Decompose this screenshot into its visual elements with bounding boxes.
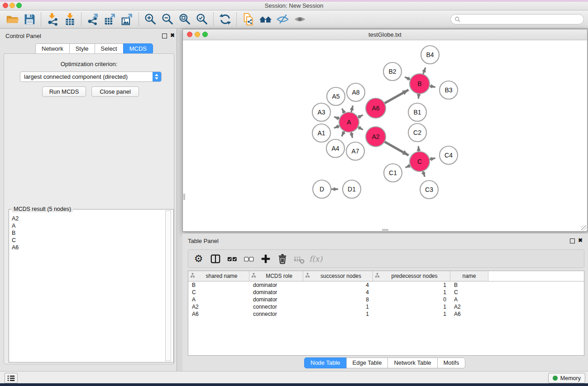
delete-table-icon[interactable] — [291, 251, 307, 267]
table-cell[interactable]: connector — [249, 304, 303, 310]
table-cell[interactable]: C — [450, 289, 488, 295]
add-icon[interactable] — [257, 251, 274, 267]
table-cell[interactable]: B — [188, 282, 249, 288]
zoom-selected-icon[interactable] — [193, 12, 210, 27]
table-cell[interactable]: 8 — [303, 296, 373, 303]
network-window-title: testGlobe.txt — [183, 31, 587, 38]
deselect-all-icon[interactable] — [240, 251, 257, 267]
table-cell[interactable]: 4 — [303, 282, 373, 288]
zoom-fit-icon[interactable] — [176, 12, 193, 27]
table-cell[interactable]: 1 — [373, 311, 450, 317]
gear-icon[interactable]: ⚙ — [190, 251, 207, 267]
table-cell[interactable]: A6 — [450, 311, 488, 317]
table-row[interactable]: Adominator80A — [188, 296, 584, 303]
table-close-panel-icon[interactable]: ✖ — [578, 238, 583, 243]
network-canvas[interactable]: AA1A2A3A4A5A6A7A8BB1B2B3B4CC1C2C3C4DD1 — [183, 40, 587, 234]
table-row[interactable]: Bdominator41B — [188, 281, 584, 289]
node-label-A4: A4 — [331, 145, 339, 152]
table-row[interactable]: Cdominator41C — [188, 289, 584, 296]
table-cell[interactable]: A2 — [188, 304, 249, 310]
table-cell[interactable]: A — [188, 296, 249, 303]
mcds-result-item[interactable]: C — [10, 237, 165, 244]
tab-edge-table[interactable]: Edge Table — [346, 357, 388, 368]
columns-icon[interactable] — [207, 251, 224, 267]
task-history-button[interactable] — [5, 373, 18, 383]
tab-network[interactable]: Network — [35, 43, 70, 54]
delete-icon[interactable] — [274, 251, 291, 267]
mcds-result-item[interactable]: A2 — [10, 215, 165, 222]
tab-network-table[interactable]: Network Table — [387, 357, 437, 368]
table-cell[interactable]: A2 — [450, 304, 488, 310]
close-panel-button[interactable]: Close panel — [91, 86, 139, 97]
table-cell[interactable]: A — [450, 296, 488, 303]
select-all-icon[interactable] — [224, 251, 240, 267]
tab-node-table[interactable]: Node Table — [304, 357, 347, 368]
table-row[interactable]: A6connector11A6 — [188, 310, 584, 318]
export-network-icon[interactable] — [84, 12, 101, 27]
table-cell[interactable]: C — [188, 289, 249, 295]
edge-A6-B[interactable] — [384, 90, 409, 104]
column-header-predecessor-nodes[interactable]: predecessor nodes — [373, 271, 450, 281]
table-header-row: shared nameMCDS rolesuccessor nodesprede… — [188, 271, 584, 281]
table-cell[interactable]: A6 — [188, 311, 249, 317]
tab-mcds[interactable]: MCDS — [123, 43, 153, 54]
table-cell[interactable]: dominator — [249, 282, 303, 288]
table-row[interactable]: A2connector11A2 — [188, 303, 584, 310]
resize-grip-icon[interactable] — [581, 225, 587, 231]
zoom-in-icon[interactable] — [142, 12, 159, 27]
mcds-result-item[interactable]: A6 — [10, 244, 165, 251]
table-float-panel-icon[interactable] — [570, 238, 575, 243]
table-cell[interactable]: 1 — [303, 304, 373, 310]
show-annotations-icon[interactable] — [291, 12, 308, 27]
table-cell[interactable]: connector — [249, 311, 303, 317]
import-network-icon[interactable] — [44, 12, 61, 27]
memory-button[interactable]: Memory — [548, 373, 585, 383]
table-cell[interactable]: 0 — [373, 296, 450, 303]
mcds-result-item[interactable]: B — [10, 229, 165, 237]
table-cell[interactable]: dominator — [249, 289, 303, 295]
memory-status-icon — [553, 376, 558, 381]
edge-A2-C[interactable] — [383, 141, 408, 155]
node-label-C1: C1 — [389, 169, 397, 176]
table-cell[interactable]: B — [450, 282, 488, 288]
tab-motifs[interactable]: Motifs — [437, 357, 466, 368]
open-session-icon[interactable] — [4, 12, 21, 27]
import-table-icon[interactable] — [61, 12, 78, 27]
export-table-icon[interactable] — [101, 12, 119, 27]
hide-annotations-icon[interactable] — [274, 12, 291, 27]
mcds-result-item[interactable]: A — [10, 222, 165, 229]
table-cell[interactable]: 1 — [373, 289, 450, 295]
save-session-icon[interactable] — [21, 12, 38, 27]
vertical-scrollbar-thumb[interactable] — [183, 194, 185, 200]
export-image-icon[interactable] — [119, 12, 136, 27]
mcds-result-scrollbar[interactable] — [165, 210, 171, 361]
tab-style[interactable]: Style — [69, 43, 95, 54]
tab-select[interactable]: Select — [95, 43, 124, 54]
criterion-select[interactable]: largest connected component (directed) — [20, 71, 162, 82]
horizontal-scrollbar-thumb[interactable] — [382, 229, 388, 231]
node-label-A3: A3 — [317, 109, 325, 116]
table-panel-title: Table Panel — [188, 238, 219, 244]
search-input[interactable] — [463, 15, 580, 23]
table-body: Bdominator41BCdominator41CAdominator80AA… — [188, 281, 584, 318]
float-panel-icon[interactable] — [162, 33, 167, 38]
home-icon[interactable] — [257, 12, 274, 27]
column-header-shared-name[interactable]: shared name — [188, 271, 249, 281]
memory-label: Memory — [560, 375, 581, 381]
column-header-MCDS-role[interactable]: MCDS role — [249, 271, 303, 281]
apply-layout-icon[interactable] — [216, 12, 234, 27]
table-cell[interactable]: dominator — [249, 296, 303, 303]
column-header-successor-nodes[interactable]: successor nodes — [303, 271, 373, 281]
table-cell[interactable]: 1 — [373, 304, 450, 310]
column-header-name[interactable]: name — [450, 271, 488, 281]
run-mcds-button[interactable]: Run MCDS — [42, 86, 86, 97]
table-cell[interactable]: 1 — [373, 282, 450, 288]
table-cell[interactable]: 4 — [303, 289, 373, 295]
search-box[interactable] — [450, 14, 584, 24]
close-panel-icon[interactable]: ✖ — [170, 33, 175, 38]
table-cell[interactable]: 1 — [303, 311, 373, 317]
new-network-from-selection-icon[interactable] — [239, 12, 257, 27]
desktop-bottom-strip — [0, 383, 588, 386]
function-icon[interactable]: f(x) — [307, 251, 324, 267]
zoom-out-icon[interactable] — [159, 12, 176, 27]
